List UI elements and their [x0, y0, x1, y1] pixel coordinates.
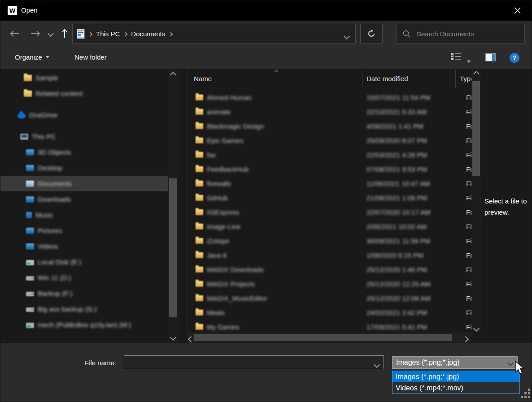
open-dialog: W Open — [0, 0, 532, 402]
file-name-input[interactable] — [127, 357, 371, 368]
dialog-footer: File name: Images (*.png;*.jpg) Images (… — [0, 343, 532, 402]
sidebar-item[interactable]: Backup (F:) — [0, 285, 168, 301]
file-row[interactable]: My Games 17/09/2021 5:41 PM File folder — [188, 320, 472, 334]
file-row[interactable]: iZotope 30/09/2021 11:59 PM File folder — [188, 233, 472, 248]
file-row[interactable]: IISExpress 22/07/2020 10:17 AM File fold… — [188, 205, 472, 219]
sidebar-item[interactable]: Win 11 (D:) — [0, 270, 168, 285]
scroll-down-button[interactable] — [471, 324, 481, 333]
sidebar-item[interactable]: Pictures — [0, 223, 168, 238]
view-options-dropdown[interactable] — [467, 56, 471, 65]
back-button[interactable] — [8, 21, 22, 46]
file-date-modified: 25/09/2020 8:07 PM — [366, 137, 427, 144]
address-dropdown-button[interactable] — [344, 32, 349, 40]
new-folder-button[interactable]: New folder — [74, 53, 107, 61]
horizontal-scrollbar-thumb[interactable] — [194, 334, 452, 341]
breadcrumb-documents[interactable]: Documents — [131, 30, 165, 38]
sidebar-item-label: OneDrive — [29, 111, 57, 119]
folder-icon — [196, 267, 203, 272]
sidebar-item[interactable]: Videos — [0, 238, 168, 254]
refresh-button[interactable] — [360, 24, 383, 43]
file-row[interactable]: firewalls 11/06/2021 10:47 AM File folde… — [188, 176, 472, 190]
file-type-select[interactable]: Images (*.png;*.jpg) — [392, 356, 518, 369]
breadcrumb-this-pc[interactable]: This PC — [96, 30, 120, 38]
sidebar-item[interactable]: Big ass backup (G:) — [0, 301, 168, 317]
address-bar[interactable]: This PC Documents — [72, 24, 356, 43]
file-row[interactable]: Meals 24/02/2021 2:42 PM File folder — [188, 305, 472, 320]
file-list-vertical-scrollbar[interactable] — [471, 70, 481, 333]
sidebar-scrollbar[interactable] — [168, 70, 179, 342]
column-header-type[interactable]: Type — [460, 75, 471, 82]
file-row[interactable]: Java 8 1/09/2020 6:15 PM File folder — [188, 248, 472, 262]
file-name-dropdown-button[interactable] — [375, 361, 379, 369]
file-row[interactable]: Image-Line 2/05/2021 10:02 AM File folde… — [188, 219, 472, 233]
vertical-scrollbar-thumb[interactable] — [472, 81, 480, 176]
scroll-up-button[interactable] — [168, 71, 179, 79]
file-type: File folder — [466, 137, 471, 144]
file-name-combobox[interactable] — [124, 355, 384, 369]
scroll-left-button[interactable] — [189, 335, 193, 343]
file-row[interactable]: Ahmed Human 15/07/2021 11:54 PM File fol… — [188, 90, 472, 104]
scroll-right-button[interactable] — [463, 335, 468, 343]
help-button[interactable]: ? — [510, 53, 519, 63]
search-box[interactable] — [397, 24, 525, 43]
file-type: File folder — [466, 122, 471, 130]
sidebar-item[interactable]: Music — [0, 207, 168, 223]
change-view-button[interactable] — [451, 53, 462, 62]
sidebar-item-label: Big ass backup (G:) — [38, 305, 97, 313]
file-name: fax — [207, 151, 216, 159]
sidebar-item-icon — [24, 75, 32, 81]
resize-grip-icon[interactable] — [528, 396, 530, 398]
window-title: Open — [21, 6, 38, 14]
breadcrumb-chevron-icon — [169, 32, 173, 37]
forward-button[interactable] — [28, 21, 43, 46]
recent-locations-button[interactable] — [45, 21, 56, 46]
column-header-name[interactable]: Name — [194, 75, 212, 82]
file-name: FeedbackHub — [207, 165, 249, 173]
sidebar-scrollbar-thumb[interactable] — [169, 178, 177, 317]
sidebar-item[interactable]: Documents — [0, 176, 168, 191]
file-row[interactable]: Blackmagic Design 4/08/2021 1:41 PM File… — [188, 119, 472, 133]
file-type: File folder — [466, 309, 471, 316]
file-type-option[interactable]: Videos (*.mp4;*.mov) — [392, 382, 519, 393]
column-header-date-modified[interactable]: Date modified — [366, 75, 408, 82]
file-row[interactable]: MAGIX Projects 25/12/2020 12:25 AM File … — [188, 277, 472, 291]
scroll-up-button[interactable] — [471, 70, 481, 78]
preview-pane-button[interactable] — [485, 53, 496, 61]
file-row[interactable]: animate 22/10/2021 5:33 AM File folder — [188, 104, 472, 119]
file-type: File folder — [466, 323, 471, 331]
file-type-selected-value: Images (*.png;*.jpg) — [396, 359, 459, 367]
column-divider[interactable] — [455, 70, 456, 88]
file-row[interactable]: Epic Games 25/09/2020 8:07 PM File folde… — [188, 133, 472, 147]
folder-icon — [196, 195, 203, 201]
organize-button[interactable]: Organize — [15, 53, 49, 61]
file-row[interactable]: MAGIX_MusicEditor 25/12/2020 12:08 AM Fi… — [188, 291, 472, 305]
sidebar-item[interactable]: 3D Objects — [0, 144, 168, 160]
file-list-horizontal-scrollbar[interactable] — [188, 333, 471, 342]
file-name: MAGIX Projects — [207, 280, 255, 288]
file-name: Ahmed Human — [207, 94, 252, 101]
file-type: File folder — [466, 180, 471, 187]
chevron-down-icon — [170, 334, 176, 341]
sidebar-item[interactable]: Related content — [0, 86, 168, 101]
sidebar-item[interactable]: OneDrive — [0, 107, 168, 123]
sidebar-item[interactable]: Desktop — [0, 160, 168, 176]
sidebar-item[interactable]: This PC — [0, 129, 168, 144]
scroll-down-button[interactable] — [168, 333, 179, 341]
close-button[interactable] — [508, 3, 526, 17]
file-row[interactable]: GitHub 21/08/2021 1:09 PM File folder — [188, 190, 472, 205]
file-row[interactable]: FeedbackHub 07/08/2021 9:53 PM File fold… — [188, 162, 472, 176]
file-row[interactable]: MAGIX Downloads 25/12/2020 1:46 PM File … — [188, 262, 472, 277]
sidebar-item[interactable]: Local Disk (E:) — [0, 254, 168, 270]
file-date-modified: 22/10/2021 5:33 AM — [366, 108, 427, 116]
up-button[interactable] — [58, 21, 71, 46]
sidebar-item[interactable]: Downloads — [0, 191, 168, 207]
file-type-option[interactable]: Images (*.png;*.jpg) — [392, 371, 519, 382]
close-icon — [514, 7, 521, 14]
column-divider[interactable] — [362, 70, 362, 88]
sidebar-item[interactable]: Sample — [0, 70, 168, 86]
file-date-modified: 1/09/2020 6:15 PM — [366, 251, 423, 259]
search-input[interactable] — [416, 30, 516, 38]
file-row[interactable]: fax 22/03/2021 4:28 PM File folder — [188, 147, 472, 162]
sidebar-item[interactable]: mech (PublicBox q10y.lan) (M:) — [0, 317, 168, 333]
sidebar-item-icon — [26, 212, 32, 218]
